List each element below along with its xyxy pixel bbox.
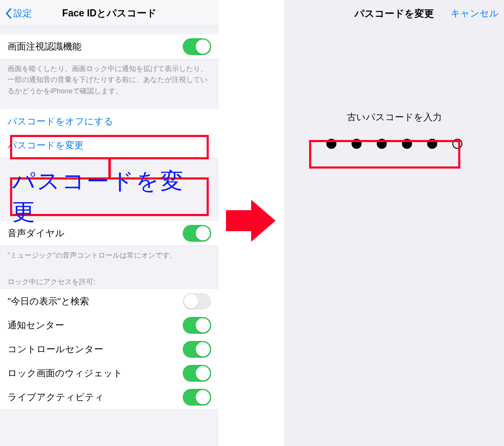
turn-passcode-off-label: パスコードをオフにする: [8, 115, 113, 128]
nav-bar: パスコードを変更 キャンセル: [284, 0, 504, 27]
lock-item-lockscreen-widgets[interactable]: ロック画面のウィジェット: [0, 361, 219, 385]
attention-aware-row[interactable]: 画面注視認識機能: [0, 34, 219, 59]
lock-item-control-center[interactable]: コントロールセンター: [0, 337, 219, 362]
passcode-dot: [427, 139, 437, 149]
change-passcode-label: パスコードを変更: [8, 139, 84, 152]
attention-aware-footer: 画面を暗くしたり、画面ロック中に通知を拡げて表示したり、一部の通知音の音量を下げ…: [0, 59, 219, 97]
lock-item-toggle[interactable]: [183, 365, 211, 382]
lock-item-toggle[interactable]: [183, 341, 211, 358]
voice-dial-label: 音声ダイヤル: [8, 227, 65, 240]
voice-dial-row[interactable]: 音声ダイヤル: [0, 221, 219, 245]
lock-item-label: 通知センター: [8, 319, 64, 332]
lock-access-header: ロック中にアクセスを許可:: [0, 269, 219, 289]
lock-item-toggle[interactable]: [183, 293, 211, 310]
lock-item-toggle[interactable]: [183, 317, 211, 334]
passcode-dot: [326, 139, 336, 149]
lock-item-live-activities[interactable]: ライブアクティビティ: [0, 385, 219, 409]
voice-dial-footer: "ミュージック"の音声コントロールは常にオンです。: [0, 246, 219, 261]
lock-item-toggle[interactable]: [183, 389, 211, 406]
passcode-prompt: 古いパスコードを入力: [284, 111, 504, 124]
passcode-dot: [402, 139, 412, 149]
lock-access-list: "今日の表示"と検索 通知センター コントロールセンター ロック画面のウィジェッ…: [0, 289, 219, 410]
passcode-dot: [377, 139, 387, 149]
lock-item-label: コントロールセンター: [8, 343, 103, 356]
attention-aware-toggle[interactable]: [183, 38, 211, 55]
settings-screen: 設定 Face IDとパスコード 画面注視認識機能 画面を暗くしたり、画面ロック…: [0, 0, 219, 446]
turn-passcode-off[interactable]: パスコードをオフにする: [0, 109, 219, 134]
passcode-dot: [452, 139, 462, 149]
nav-bar: 設定 Face IDとパスコード: [0, 0, 219, 27]
change-passcode[interactable]: パスコードを変更: [0, 133, 219, 158]
chevron-left-icon: [5, 8, 12, 19]
back-label: 設定: [13, 7, 32, 20]
lock-item-label: ライブアクティビティ: [8, 391, 104, 404]
page-title: Face IDとパスコード: [0, 7, 219, 20]
passcode-dots: [284, 139, 504, 149]
lock-item-label: "今日の表示"と検索: [8, 295, 89, 308]
passcode-dot: [352, 139, 362, 149]
attention-aware-label: 画面注視認識機能: [8, 40, 81, 53]
lock-item-notification-center[interactable]: 通知センター: [0, 313, 219, 338]
back-button[interactable]: 設定: [5, 7, 32, 20]
change-passcode-screen: パスコードを変更 キャンセル 古いパスコードを入力: [284, 0, 504, 446]
content: 画面注視認識機能 画面を暗くしたり、画面ロック中に通知を拡げて表示したり、一部の…: [0, 27, 219, 446]
voice-dial-toggle[interactable]: [183, 225, 211, 242]
lock-item-label: ロック画面のウィジェット: [8, 367, 123, 380]
lock-item-today[interactable]: "今日の表示"と検索: [0, 289, 219, 314]
cancel-button[interactable]: キャンセル: [451, 7, 499, 20]
